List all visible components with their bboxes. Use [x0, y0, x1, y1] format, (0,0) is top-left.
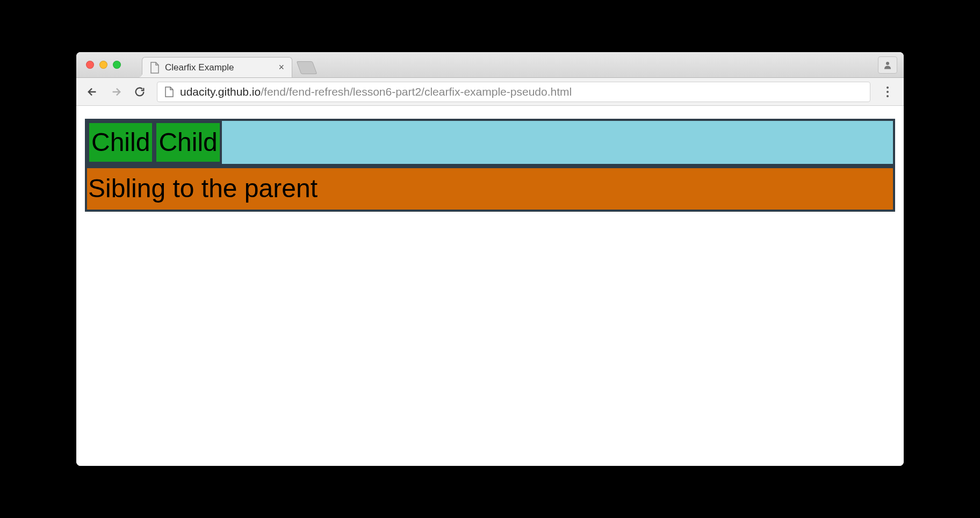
- document-icon: [150, 62, 160, 74]
- title-bar: Clearfix Example ×: [76, 52, 904, 78]
- svg-point-0: [886, 62, 889, 65]
- browser-tab[interactable]: Clearfix Example ×: [142, 57, 292, 77]
- forward-button[interactable]: [106, 82, 126, 102]
- url-path: /fend/fend-refresh/lesson6-part2/clearfi…: [261, 85, 572, 98]
- user-profile-button[interactable]: [878, 56, 897, 74]
- kebab-menu-icon: [887, 87, 889, 97]
- browser-menu-button[interactable]: [878, 82, 897, 102]
- page-viewport[interactable]: Child Child Sibling to the parent: [76, 106, 904, 466]
- url-text: udacity.github.io/fend/fend-refresh/less…: [180, 85, 572, 98]
- back-button[interactable]: [83, 82, 102, 102]
- browser-window: Clearfix Example ×: [76, 52, 904, 466]
- address-bar[interactable]: udacity.github.io/fend/fend-refresh/less…: [157, 82, 870, 102]
- reload-button[interactable]: [130, 82, 149, 102]
- url-domain: udacity.github.io: [180, 85, 261, 98]
- traffic-lights: [86, 61, 121, 69]
- maximize-window-button[interactable]: [113, 61, 121, 69]
- tab-title: Clearfix Example: [165, 62, 273, 73]
- person-icon: [883, 60, 892, 70]
- page-info-icon[interactable]: [165, 87, 174, 97]
- sibling-box: Sibling to the parent: [85, 166, 895, 212]
- arrow-right-icon: [110, 86, 122, 98]
- child-box-1: Child: [87, 121, 154, 164]
- child-box-2: Child: [154, 121, 221, 164]
- close-tab-button[interactable]: ×: [278, 62, 284, 73]
- arrow-left-icon: [87, 86, 98, 98]
- reload-icon: [134, 86, 146, 98]
- minimize-window-button[interactable]: [99, 61, 107, 69]
- close-window-button[interactable]: [86, 61, 94, 69]
- new-tab-button[interactable]: [297, 61, 318, 74]
- tab-strip: Clearfix Example ×: [142, 52, 315, 77]
- browser-toolbar: udacity.github.io/fend/fend-refresh/less…: [76, 78, 904, 106]
- parent-container: Child Child: [85, 119, 895, 166]
